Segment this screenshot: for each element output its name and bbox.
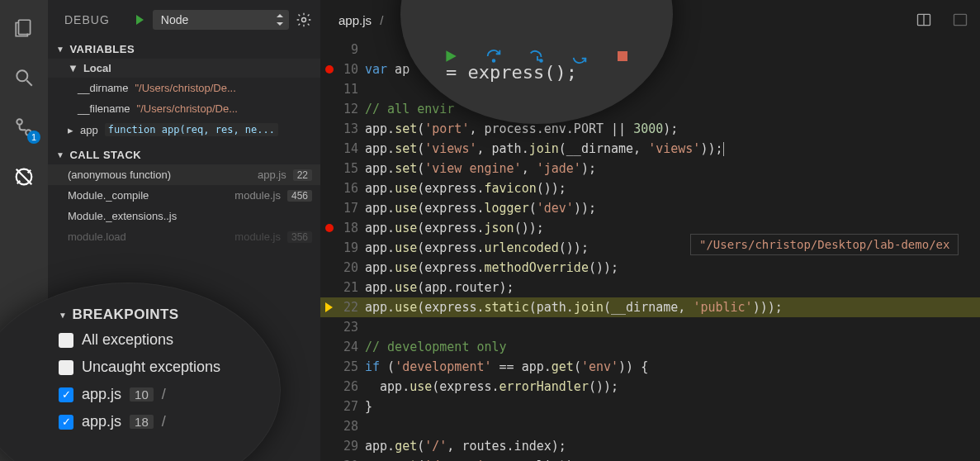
stack-function: Module._extensions..js: [68, 210, 312, 222]
code-line[interactable]: 24// development only: [320, 337, 980, 357]
code-line[interactable]: 25if ('development' == app.get('env')) {: [320, 357, 980, 377]
code-text: var ap: [365, 59, 410, 79]
checkbox-unchecked-icon[interactable]: [59, 360, 73, 375]
breakpoints-section-header[interactable]: ▼ BREAKPOINTS: [59, 303, 255, 326]
svg-point-1: [17, 70, 27, 81]
line-number: 9: [320, 40, 365, 59]
code-text: // development only: [365, 337, 507, 357]
code-line[interactable]: 13app.set('port', process.env.PORT || 30…: [320, 119, 980, 139]
svg-line-2: [26, 80, 32, 86]
variable-value: function app(req, res, ne...: [105, 123, 278, 136]
stack-file: module.js: [234, 189, 281, 202]
code-line[interactable]: 11: [320, 79, 980, 99]
code-text: app.use(express.logger('dev'));: [365, 198, 596, 218]
line-number: 17: [320, 198, 365, 218]
files-icon[interactable]: [11, 15, 37, 41]
breakpoint-line: 10: [130, 387, 154, 402]
gear-icon[interactable]: [296, 12, 312, 28]
code-line[interactable]: 16app.use(express.favicon());: [320, 178, 980, 198]
checkbox-checked-icon[interactable]: ✓: [59, 415, 73, 430]
stack-function: module.load: [68, 230, 228, 243]
line-number: 12: [320, 99, 365, 119]
stack-frame[interactable]: (anonymous function) app.js 22: [48, 164, 320, 185]
checkbox-checked-icon[interactable]: ✓: [59, 387, 73, 402]
stack-file: app.js: [258, 169, 286, 181]
breakpoint-file: app.js: [82, 386, 121, 403]
stack-frame[interactable]: Module._extensions..js: [48, 206, 320, 226]
code-text: app.use(express.methodOverride());: [365, 258, 618, 278]
callstack-section-header[interactable]: ▼ CALL STACK: [48, 145, 320, 164]
line-number: 19: [320, 238, 365, 258]
svg-rect-0: [19, 20, 31, 34]
variable-value: "/Users/christop/De...: [135, 82, 235, 94]
line-number: 13: [320, 119, 365, 139]
stack-file: module.js: [234, 230, 281, 243]
stop-icon[interactable]: [613, 47, 632, 65]
stack-frame[interactable]: Module._compile module.js 456: [48, 185, 320, 206]
code-line[interactable]: 30app.get('/users', user.list);: [320, 456, 980, 461]
debug-config-value: Node: [161, 13, 188, 26]
code-text: if ('development' == app.get('env')) {: [365, 357, 648, 377]
code-text: app.use(express.favicon());: [365, 178, 566, 198]
editor-tab[interactable]: app.js: [339, 13, 372, 27]
variables-scope-local[interactable]: ▼ Local: [48, 59, 320, 78]
variable-row[interactable]: __dirname "/Users/christop/De...: [48, 78, 320, 98]
code-line[interactable]: 23: [320, 317, 980, 337]
code-line[interactable]: 12// all envir: [320, 99, 980, 119]
svg-rect-12: [954, 14, 967, 25]
stack-frame[interactable]: module.load module.js 356: [48, 226, 320, 247]
breakpoint-dot-icon[interactable]: [325, 224, 334, 232]
debug-header: DEBUG Node: [48, 0, 320, 40]
line-number: 24: [320, 337, 365, 357]
search-icon[interactable]: [11, 64, 37, 91]
line-number: 29: [320, 436, 365, 456]
code-line[interactable]: 28: [320, 416, 980, 436]
code-text: app.use(express.errorHandler());: [365, 377, 618, 397]
breakpoint-uncaught-exceptions[interactable]: Uncaught exceptions: [59, 354, 255, 381]
stack-line: 356: [287, 231, 312, 243]
code-text: app.get('/users', user.list);: [365, 456, 581, 461]
code-line[interactable]: 15app.set('view engine', 'jade');: [320, 159, 980, 178]
code-line[interactable]: 17app.use(express.logger('dev'));: [320, 198, 980, 218]
code-line[interactable]: 20app.use(express.methodOverride());: [320, 258, 980, 278]
variable-row-app[interactable]: ▸ app function app(req, res, ne...: [48, 119, 320, 140]
breakpoint-dot-icon[interactable]: [325, 65, 334, 74]
split-editor-icon[interactable]: [916, 12, 932, 28]
variable-row[interactable]: __filename "/Users/christop/De...: [48, 98, 320, 119]
code-text: app.use(express.json());: [365, 218, 544, 238]
scm-badge: 1: [27, 131, 40, 144]
code-line[interactable]: 14app.set('views', path.join(__dirname, …: [320, 139, 980, 159]
breakpoint-item[interactable]: ✓ app.js 18 /: [59, 408, 255, 435]
line-number: 16: [320, 178, 365, 198]
more-icon[interactable]: [952, 12, 968, 28]
debug-config-select[interactable]: Node: [153, 10, 289, 30]
code-line[interactable]: 27}: [320, 397, 980, 416]
line-number: 15: [320, 159, 365, 178]
line-number: 10: [320, 59, 365, 79]
breakpoint-item[interactable]: ✓ app.js 10 /: [59, 381, 255, 408]
code-text: app.use(express.urlencoded());: [365, 238, 589, 258]
stack-function: (anonymous function): [68, 169, 251, 181]
breakpoint-sep: /: [162, 386, 166, 403]
line-number: 20: [320, 258, 365, 278]
breakpoint-all-exceptions[interactable]: All exceptions: [59, 326, 255, 354]
svg-point-9: [302, 18, 306, 22]
line-number: 23: [320, 317, 365, 337]
checkbox-unchecked-icon[interactable]: [59, 333, 73, 348]
svg-point-14: [540, 59, 542, 62]
code-text: app.use(app.router);: [365, 278, 514, 297]
code-line[interactable]: 26 app.use(express.errorHandler());: [320, 377, 980, 397]
current-line-marker-icon[interactable]: [325, 302, 333, 312]
svg-rect-15: [618, 51, 627, 61]
debug-icon[interactable]: [11, 164, 37, 190]
start-debug-icon[interactable]: [133, 13, 146, 26]
source-control-icon[interactable]: 1: [11, 114, 37, 140]
chevron-down-icon: ▼: [68, 62, 78, 74]
variables-section-header[interactable]: ▼ VARIABLES: [48, 40, 320, 59]
code-text: app.set('views', path.join(__dirname, 'v…: [365, 139, 724, 159]
code-line[interactable]: 29app.get('/', routes.index);: [320, 436, 980, 456]
code-line[interactable]: 22app.use(express.static(path.join(__dir…: [320, 297, 980, 317]
code-line[interactable]: 21app.use(app.router);: [320, 278, 980, 297]
debug-title: DEBUG: [64, 13, 110, 26]
stack-function: Module._compile: [68, 189, 228, 202]
